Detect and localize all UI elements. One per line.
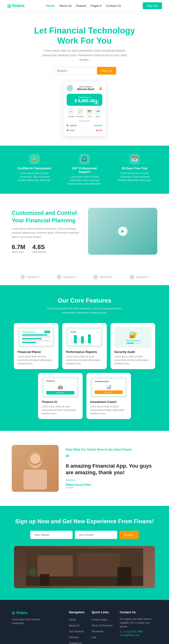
- hero-cta-button[interactable]: Sign Up: [97, 67, 116, 74]
- footer-nav-services[interactable]: Services: [69, 636, 79, 638]
- feature-trial: 📅 30 Days Free Trial Lorem ipsum dolor s…: [116, 154, 153, 182]
- footer-disclaimer[interactable]: Disclaimer: [92, 630, 103, 633]
- hero-description: Lorem ipsum dolor sit amet consectetur. …: [38, 48, 131, 62]
- nav-pages[interactable]: Pages ▾: [91, 4, 102, 8]
- nav-contact[interactable]: Contact Us: [106, 4, 121, 8]
- feature-certified: 🔒 Certified & Transparant Lorem ipsum do…: [16, 154, 53, 182]
- signup-name-input[interactable]: [30, 531, 73, 539]
- testimonial-read-what: Read What Our Clients Have to Say About …: [66, 448, 157, 451]
- customize-text: Customized and Control Your Financial Pl…: [12, 209, 81, 253]
- mini-finance-ai-card: Finance AI 🤖 Get Started: [44, 378, 77, 396]
- footer-nav-contact[interactable]: Contact Us: [69, 642, 82, 644]
- customize-desc: Lorem ipsum dolor sit amet consectetur. …: [12, 227, 81, 239]
- nav-feature[interactable]: Feature: [76, 4, 86, 8]
- stats-container: 6.7M Active User 4.8S Daily Amount: [12, 244, 81, 253]
- hero-title: Let Financial Technology Work For You: [26, 26, 143, 46]
- logo-4: logoipsum: [130, 275, 148, 279]
- stat-users-label: Active User: [12, 251, 25, 253]
- footer-contact-desc: Our support and Sales team is available …: [120, 617, 157, 628]
- testimonial-divider: [66, 480, 75, 480]
- footer-nav-title: Navigation: [69, 610, 85, 614]
- hero-search-input[interactable]: [53, 67, 95, 74]
- core-features-section: Our Core Features Lorem ipsum dolor sit …: [0, 285, 169, 431]
- feature-support: 🎧 24/7 Professional Support Lorem ipsum …: [66, 154, 103, 186]
- nav-about[interactable]: About Us: [59, 4, 72, 8]
- core-features-subtitle: Lorem ipsum dolor sit amet consectetur. …: [45, 306, 124, 315]
- card-investment-coach-desc: Lorem ipsum dolor sit amet consectetur t…: [90, 405, 127, 415]
- stat-amount-value: 4.8S: [32, 244, 46, 251]
- feature-trial-title: 30 Days Free Trial: [116, 166, 153, 170]
- card-finance-ai-title: Finance AI: [42, 400, 79, 404]
- mini-performance-card: 9.8 PLY▲: [68, 329, 101, 345]
- office-illustration: [26, 548, 143, 586]
- footer-phone: 📞 +1 (123) 456-7890: [120, 630, 157, 633]
- footer-email: ✉ info@finans.com: [120, 634, 157, 636]
- stat-amount: 4.8S Daily Amount: [32, 244, 46, 253]
- signup-title: Sign up Now and Get New Experience From …: [14, 518, 155, 525]
- core-features-title: Our Core Features: [10, 297, 160, 304]
- signup-button[interactable]: Sign Up: [143, 2, 162, 9]
- stat-users-value: 6.7M: [12, 244, 25, 251]
- finance-ai-cta[interactable]: Get Started: [46, 391, 74, 394]
- transactions-label: Transactions: [67, 120, 102, 122]
- signup-email-input[interactable]: [75, 531, 117, 539]
- stat-amount-label: Daily Amount: [32, 251, 46, 253]
- svg-rect-1: [24, 470, 47, 490]
- person-illustration: [17, 447, 54, 490]
- footer-brand-desc: Lorem ipsum dolor sit amet consectetur.: [12, 618, 49, 625]
- svg-rect-11: [32, 568, 33, 575]
- card-performance-reports-title: Performance Reports: [66, 350, 103, 354]
- feature-support-desc: Lorem ipsum dolor sit amet consectetur. …: [66, 175, 103, 186]
- investment-coach-cta[interactable]: Learn More: [95, 390, 123, 394]
- brand-logo[interactable]: ◎ finans: [7, 3, 25, 9]
- logo-circle-3: [93, 275, 98, 279]
- support-icon: 🎧: [79, 154, 90, 164]
- phone-header: Hello Beatrice, Welcome Back! 🔔: [67, 85, 102, 92]
- card-financial-planer-title: Financial Planer: [18, 350, 55, 354]
- card-investment-coach-img: Investment Coach 📊 Learn More: [90, 377, 127, 398]
- phone-quick-actions: ↔ Transfer 📈 Revenue 💳 Card ••• More: [67, 108, 102, 118]
- feature-trial-desc: Lorem ipsum dolor sit amet consectetur. …: [116, 172, 153, 182]
- security-audit-visual: 🔐 Security Check: [126, 331, 140, 344]
- svg-rect-5: [38, 555, 73, 576]
- hero-section: Let Financial Technology Work For You Lo…: [0, 12, 169, 146]
- testimonial-image: [12, 445, 59, 492]
- phone-icon-revenue[interactable]: 📈 Revenue: [77, 108, 84, 118]
- card-finance-ai-desc: Lorem ipsum dolor sit amet consectetur t…: [42, 405, 79, 415]
- nav-home[interactable]: Home: [47, 4, 55, 8]
- logos-strip: logoipsum logoipsum logoipsum logoipsum: [0, 269, 169, 285]
- testimonial-content: Read What Our Clients Have to Say About …: [66, 448, 157, 489]
- svg-rect-9: [117, 567, 131, 586]
- logo-icon: ◎: [7, 3, 11, 9]
- card-security-audit-desc: Lorem ipsum dolor sit amet consectetur t…: [114, 355, 151, 366]
- footer-quick-links: Quick Links Privacy Policy Terms Of Serv…: [92, 610, 113, 644]
- logo-1: logoipsum: [21, 275, 40, 279]
- feature-certified-desc: Lorem ipsum dolor sit amet consectetur. …: [16, 172, 53, 182]
- feature-certified-title: Certified & Transparant: [16, 166, 53, 170]
- phone-icon-card[interactable]: 💳 Card: [86, 108, 93, 118]
- footer-nav-our-services[interactable]: Our Services: [69, 630, 84, 633]
- card-finance-ai: Finance AI 🤖 Get Started Finance AI Lore…: [38, 373, 83, 419]
- testimonial-quote: It amazing Financial App. You guys are a…: [66, 463, 157, 476]
- footer-quick-links-title: Quick Links: [92, 610, 113, 614]
- testimonial-section: Read What Our Clients Have to Say About …: [0, 431, 169, 506]
- logo-circle-1: [21, 275, 25, 279]
- card-financial-planer-img: Financial PlannerView: [18, 327, 55, 348]
- footer-brand: ◎ finans Lorem ipsum dolor sit amet cons…: [12, 610, 62, 644]
- footer-nav-about[interactable]: About Us: [69, 624, 80, 627]
- footer-privacy[interactable]: Privacy Policy: [92, 618, 107, 621]
- phone-mockup: Hello Beatrice, Welcome Back! 🔔 Total Ba…: [63, 82, 106, 136]
- footer-faq[interactable]: Faq: [92, 636, 96, 638]
- phone-icon-transfer[interactable]: ↔ Transfer: [68, 108, 75, 118]
- email-icon: ✉: [120, 634, 122, 636]
- card-security-audit: 🔐 Security Check Security Audit Lorem ip…: [111, 323, 155, 369]
- footer-terms[interactable]: Terms Of Services: [92, 624, 113, 627]
- footer-nav-home[interactable]: Home: [69, 618, 76, 621]
- feature-support-title: 24/7 Professional Support: [66, 166, 103, 174]
- card-performance-reports: 9.8 PLY▲ Performance Reports Lorem ipsum…: [62, 323, 107, 369]
- navbar: ◎ finans Home About Us Feature Pages ▾ C…: [0, 0, 169, 12]
- play-button[interactable]: ▶: [118, 226, 127, 236]
- phone-icon-more[interactable]: ••• More: [95, 108, 101, 118]
- signup-send-button[interactable]: Send It: [119, 531, 138, 539]
- transaction-upwork: Upwork +$120.00: [67, 123, 102, 128]
